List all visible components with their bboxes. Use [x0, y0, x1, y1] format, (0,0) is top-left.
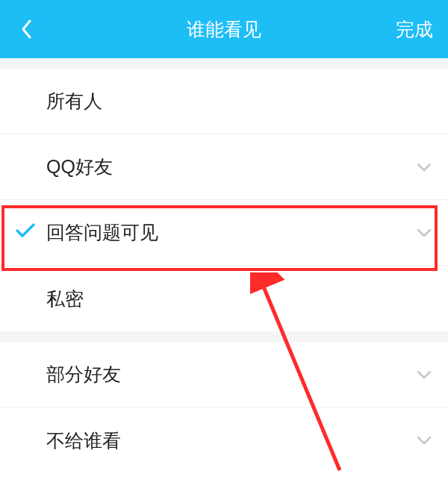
section-gap — [0, 331, 448, 342]
section-gap — [0, 58, 448, 69]
option-private[interactable]: 私密 — [0, 266, 448, 331]
chevron-down-icon — [415, 431, 433, 449]
options-list-2: 部分好友 不给谁看 — [0, 342, 448, 473]
chevron-down-icon — [415, 366, 433, 384]
options-list-1: 所有人 QQ好友 回答问题可见 私密 — [0, 69, 448, 331]
header: 谁能看见 完成 — [0, 0, 448, 58]
option-label: 所有人 — [46, 89, 433, 113]
chevron-down-icon — [415, 158, 433, 176]
page-title: 谁能看见 — [187, 17, 261, 42]
done-button[interactable]: 完成 — [396, 17, 433, 42]
option-some-friends[interactable]: 部分好友 — [0, 342, 448, 408]
option-qq-friends[interactable]: QQ好友 — [0, 134, 448, 200]
option-all[interactable]: 所有人 — [0, 69, 448, 134]
option-exclude[interactable]: 不给谁看 — [0, 408, 448, 473]
check-icon — [15, 222, 36, 243]
chevron-down-icon — [415, 224, 433, 242]
option-label: 回答问题可见 — [46, 220, 415, 245]
option-label: 部分好友 — [46, 362, 415, 387]
option-label: QQ好友 — [46, 155, 415, 179]
option-answer-question[interactable]: 回答问题可见 — [0, 200, 448, 266]
back-button[interactable] — [15, 18, 37, 40]
chevron-left-icon — [21, 19, 31, 39]
option-label: 不给谁看 — [46, 428, 415, 453]
option-label: 私密 — [46, 287, 433, 311]
